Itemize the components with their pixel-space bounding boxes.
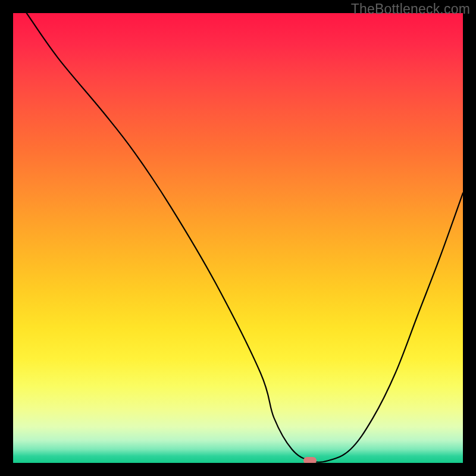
bottleneck-curve <box>13 13 463 463</box>
watermark-text: TheBottleneck.com <box>351 1 470 17</box>
chart-frame: TheBottleneck.com <box>0 0 476 476</box>
optimal-point-marker <box>303 457 317 463</box>
plot-area <box>13 13 463 463</box>
